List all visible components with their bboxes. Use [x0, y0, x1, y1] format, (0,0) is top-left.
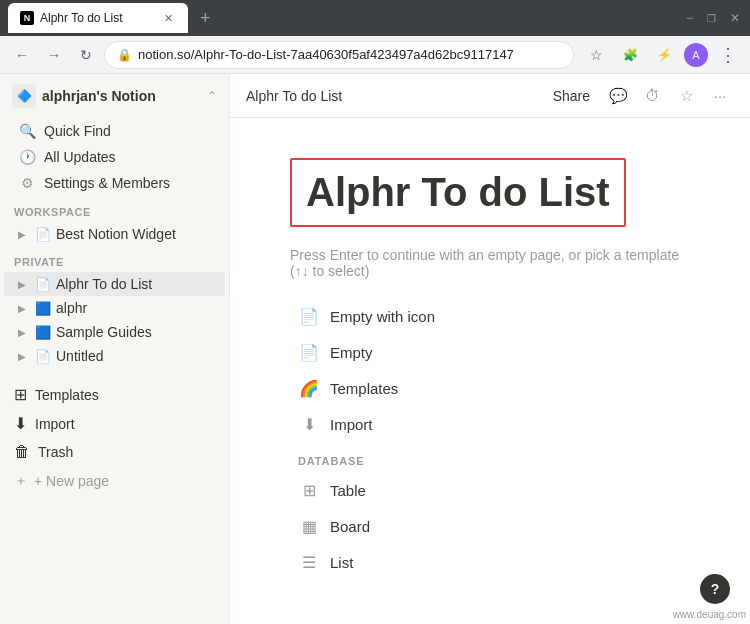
back-button[interactable]: ←	[8, 41, 36, 69]
template-options: 📄 Empty with icon 📄 Empty 🌈 Templates ⬇ …	[290, 299, 690, 441]
sidebar-item-trash[interactable]: 🗑 Trash	[0, 438, 229, 466]
profile-avatar[interactable]: A	[684, 43, 708, 67]
workspace-section-label: WORKSPACE	[0, 196, 229, 222]
history-button[interactable]: ⏱	[638, 82, 666, 110]
db-options: ⊞ Table ▦ Board ☰ List	[290, 473, 690, 579]
tab-favicon: N	[20, 11, 34, 25]
favorite-button[interactable]: ☆	[672, 82, 700, 110]
sidebar-item-alphr[interactable]: ▶ 🟦 alphr	[4, 296, 225, 320]
main-content: Alphr To do List Share 💬 ⏱ ☆ ··· Alphr T…	[230, 74, 750, 624]
templates-icon: ⊞	[14, 385, 27, 404]
sidebar-item-untitled[interactable]: ▶ 📄 Untitled	[4, 344, 225, 368]
new-page-button[interactable]: ＋ + New page	[0, 466, 229, 496]
trash-icon: 🗑	[14, 443, 30, 461]
page-title[interactable]: Alphr To do List	[290, 158, 626, 227]
list-icon: ☰	[298, 551, 320, 573]
database-section-label: DATABASE	[290, 441, 690, 473]
tab-title: Alphr To do List	[40, 11, 123, 25]
extension-icon[interactable]: ⚡	[650, 41, 678, 69]
sidebar: 🔷 alphrjan's Notion ⌃ 🔍 Quick Find 🕐 All…	[0, 74, 230, 624]
extensions-button[interactable]: 🧩	[616, 41, 644, 69]
more-button[interactable]: ···	[706, 82, 734, 110]
page-hint: Press Enter to continue with an empty pa…	[290, 247, 690, 279]
sidebar-item-import[interactable]: ⬇ Import	[0, 409, 229, 438]
breadcrumb: Alphr To do List	[246, 88, 537, 104]
menu-button[interactable]: ⋮	[714, 41, 742, 69]
empty-icon: 📄	[298, 341, 320, 363]
tree-arrow-icon: ▶	[14, 300, 30, 316]
table-option[interactable]: ⊞ Table	[290, 473, 690, 507]
sidebar-item-alphr-todo[interactable]: ▶ 📄 Alphr To do List	[4, 272, 225, 296]
url-input[interactable]: 🔒 notion.so/Alphr-To-do-List-7aa40630f5a…	[104, 41, 574, 69]
workspace-header[interactable]: 🔷 alphrjan's Notion ⌃	[0, 74, 229, 118]
page-icon: 🟦	[34, 323, 52, 341]
tree-arrow-icon: ▶	[14, 276, 30, 292]
close-button[interactable]: ✕	[730, 11, 740, 25]
import-icon: ⬇	[298, 413, 320, 435]
page-icon: 📄	[34, 275, 52, 293]
empty-with-icon-icon: 📄	[298, 305, 320, 327]
workspace-icon: 🔷	[12, 84, 36, 108]
bookmark-button[interactable]: ☆	[582, 41, 610, 69]
gear-icon: ⚙	[18, 174, 36, 192]
list-option[interactable]: ☰ List	[290, 545, 690, 579]
active-tab[interactable]: N Alphr To do List ✕	[8, 3, 188, 33]
sidebar-item-settings[interactable]: ⚙ Settings & Members	[6, 170, 223, 196]
sidebar-item-all-updates[interactable]: 🕐 All Updates	[6, 144, 223, 170]
comments-button[interactable]: 💬	[604, 82, 632, 110]
table-icon: ⊞	[298, 479, 320, 501]
restore-button[interactable]: ❐	[707, 13, 716, 24]
import-icon: ⬇	[14, 414, 27, 433]
tree-arrow-icon: ▶	[14, 226, 30, 242]
address-bar: ← → ↻ 🔒 notion.so/Alphr-To-do-List-7aa40…	[0, 36, 750, 74]
workspace-expand-icon: ⌃	[207, 89, 217, 103]
page-body: Alphr To do List Press Enter to continue…	[230, 118, 750, 624]
new-tab-button[interactable]: +	[196, 4, 215, 33]
tree-arrow-icon: ▶	[14, 324, 30, 340]
tree-arrow-icon: ▶	[14, 348, 30, 364]
reload-button[interactable]: ↻	[72, 41, 100, 69]
templates-option[interactable]: 🌈 Templates	[290, 371, 690, 405]
clock-icon: 🕐	[18, 148, 36, 166]
empty-option[interactable]: 📄 Empty	[290, 335, 690, 369]
workspace-name: alphrjan's Notion	[42, 88, 201, 104]
help-button[interactable]: ?	[700, 574, 730, 604]
empty-with-icon-option[interactable]: 📄 Empty with icon	[290, 299, 690, 333]
private-section-label: PRIVATE	[0, 246, 229, 272]
page-icon: 📄	[34, 347, 52, 365]
browser-titlebar: N Alphr To do List ✕ + − ❐ ✕	[0, 0, 750, 36]
page-icon: 🟦	[34, 299, 52, 317]
page-icon: 📄	[34, 225, 52, 243]
sidebar-item-best-notion-widget[interactable]: ▶ 📄 Best Notion Widget	[4, 222, 225, 246]
plus-icon: ＋	[14, 472, 28, 490]
search-icon: 🔍	[18, 122, 36, 140]
board-icon: ▦	[298, 515, 320, 537]
share-button[interactable]: Share	[545, 84, 598, 108]
import-option[interactable]: ⬇ Import	[290, 407, 690, 441]
board-option[interactable]: ▦ Board	[290, 509, 690, 543]
page-header: Alphr To do List Share 💬 ⏱ ☆ ···	[230, 74, 750, 118]
tab-close-button[interactable]: ✕	[160, 10, 176, 26]
minimize-button[interactable]: −	[686, 11, 693, 25]
forward-button[interactable]: →	[40, 41, 68, 69]
sidebar-item-sample-guides[interactable]: ▶ 🟦 Sample Guides	[4, 320, 225, 344]
header-actions: Share 💬 ⏱ ☆ ···	[545, 82, 734, 110]
templates-icon: 🌈	[298, 377, 320, 399]
watermark: www.deuag.com	[673, 609, 746, 620]
sidebar-item-quick-find[interactable]: 🔍 Quick Find	[6, 118, 223, 144]
sidebar-item-templates[interactable]: ⊞ Templates	[0, 380, 229, 409]
